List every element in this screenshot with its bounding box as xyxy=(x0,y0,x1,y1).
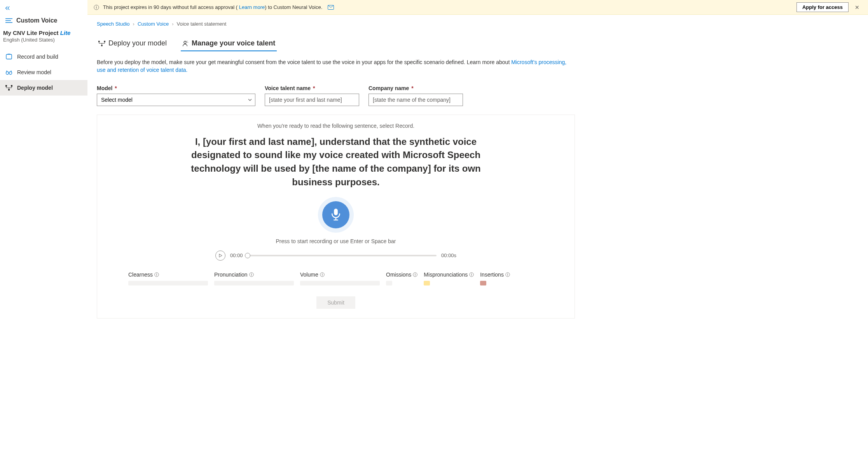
svg-point-1 xyxy=(6,72,9,75)
company-name-input[interactable] xyxy=(369,94,463,106)
svg-rect-0 xyxy=(6,54,12,59)
svg-rect-8 xyxy=(96,7,96,8)
main-content: This project expires in 90 days without … xyxy=(87,0,868,456)
metric-clearness-label: Clearness xyxy=(128,272,208,278)
svg-rect-26 xyxy=(415,274,416,276)
info-icon[interactable] xyxy=(505,272,510,277)
project-name: My CNV Lite Project xyxy=(3,30,59,36)
mail-icon[interactable] xyxy=(328,5,334,10)
metric-clearness-bar xyxy=(128,281,208,285)
menu-icon xyxy=(5,18,12,23)
svg-rect-4 xyxy=(11,85,12,87)
sidebar-title-text: Custom Voice xyxy=(16,17,58,24)
svg-point-22 xyxy=(322,273,322,273)
svg-rect-23 xyxy=(322,274,322,276)
model-label: Model * xyxy=(97,85,255,91)
form-row: Model * Select model Voice talent name *… xyxy=(97,85,859,106)
ready-instruction: When you're ready to read the following … xyxy=(121,123,551,129)
metric-insertions-label: Insertions xyxy=(480,272,510,278)
metric-omissions-label: Omissions xyxy=(386,272,417,278)
apply-access-button[interactable]: Apply for access xyxy=(796,2,849,12)
record-icon xyxy=(6,54,12,60)
deploy-icon xyxy=(98,41,105,46)
svg-point-13 xyxy=(184,41,186,44)
talent-name-label: Voice talent name * xyxy=(265,85,359,91)
breadcrumb-current: Voice talent statement xyxy=(176,21,226,27)
project-info: My CNV Lite Project Lite English (United… xyxy=(0,28,87,49)
press-instruction: Press to start recording or use Enter or… xyxy=(121,238,551,244)
record-button[interactable] xyxy=(322,201,349,228)
metric-volume-label: Volume xyxy=(300,272,380,278)
play-button[interactable] xyxy=(215,251,225,261)
breadcrumb: Speech Studio › Custom Voice › Voice tal… xyxy=(97,21,859,27)
info-icon[interactable] xyxy=(320,272,325,277)
tabs: Deploy your model Manage your voice tale… xyxy=(97,36,859,51)
tab-label: Deploy your model xyxy=(108,39,167,47)
svg-rect-14 xyxy=(334,209,338,215)
model-select[interactable]: Select model xyxy=(97,94,255,106)
svg-rect-12 xyxy=(101,45,103,46)
metric-pronunciation-bar xyxy=(214,281,294,285)
svg-rect-3 xyxy=(5,85,7,87)
tab-manage-talent[interactable]: Manage your voice talent xyxy=(181,36,277,51)
tab-label: Manage your voice talent xyxy=(192,39,275,47)
metric-mispronunciations-label: Mispronunciations xyxy=(424,272,474,278)
submit-button[interactable]: Submit xyxy=(316,296,355,309)
audio-player: 00:00 00:00s xyxy=(215,251,456,261)
svg-point-2 xyxy=(9,72,12,75)
mic-outer xyxy=(318,197,354,233)
metric-mispronunciations-bar xyxy=(424,281,430,285)
metric-insertions-bar xyxy=(480,281,486,285)
svg-rect-32 xyxy=(507,274,508,276)
metrics-row: Clearness Pronunciation Volume Omissions xyxy=(121,272,551,285)
svg-rect-10 xyxy=(98,41,100,42)
svg-point-31 xyxy=(507,273,508,273)
company-name-label: Company name * xyxy=(369,85,463,91)
project-language: English (United States) xyxy=(3,37,82,43)
info-icon[interactable] xyxy=(249,272,254,277)
svg-point-28 xyxy=(472,273,472,273)
learn-more-link[interactable]: Learn more xyxy=(238,4,265,10)
svg-rect-5 xyxy=(8,89,10,91)
sidebar-item-review[interactable]: Review model xyxy=(0,64,87,80)
banner-text: This project expires in 90 days without … xyxy=(103,4,322,10)
svg-rect-29 xyxy=(472,274,472,276)
statement-panel: When you're ready to read the following … xyxy=(97,115,575,319)
svg-rect-11 xyxy=(104,41,106,42)
glasses-icon xyxy=(5,70,12,75)
svg-point-7 xyxy=(96,6,97,7)
tab-deploy-model[interactable]: Deploy your model xyxy=(97,36,168,51)
sidebar-collapse-button[interactable] xyxy=(0,3,87,13)
breadcrumb-custom-voice[interactable]: Custom Voice xyxy=(138,21,169,27)
banner: This project expires in 90 days without … xyxy=(87,0,868,15)
chevron-right-icon: › xyxy=(172,21,173,27)
sidebar: Custom Voice My CNV Lite Project Lite En… xyxy=(0,0,87,456)
sidebar-item-label: Review model xyxy=(17,69,51,75)
consent-statement: I, [your first and last name], understan… xyxy=(188,135,484,189)
sidebar-item-label: Deploy model xyxy=(17,85,53,91)
sidebar-item-deploy[interactable]: Deploy model xyxy=(0,80,87,96)
sidebar-item-record[interactable]: Record and build xyxy=(0,49,87,64)
talent-name-input[interactable] xyxy=(265,94,359,106)
seek-handle[interactable] xyxy=(245,253,250,258)
info-icon[interactable] xyxy=(469,272,474,277)
metric-volume-bar xyxy=(300,281,380,285)
svg-rect-20 xyxy=(251,274,251,276)
svg-point-25 xyxy=(415,273,416,273)
sidebar-title: Custom Voice xyxy=(0,13,87,28)
close-icon[interactable]: ✕ xyxy=(852,4,862,10)
microphone-icon xyxy=(330,208,342,221)
svg-point-16 xyxy=(156,273,157,273)
time-total: 00:00s xyxy=(441,252,456,258)
info-icon[interactable] xyxy=(413,272,417,277)
model-select-button[interactable]: Select model xyxy=(97,94,255,106)
intro-text: Before you deploy the model, make sure y… xyxy=(97,58,575,74)
info-icon[interactable] xyxy=(154,272,159,277)
deploy-icon xyxy=(5,85,12,91)
metric-pronunciation-label: Pronunciation xyxy=(214,272,294,278)
chevron-double-left-icon xyxy=(5,5,10,11)
sidebar-item-label: Record and build xyxy=(17,54,58,60)
svg-rect-17 xyxy=(157,274,157,276)
seek-track[interactable] xyxy=(248,255,437,256)
breadcrumb-speech-studio[interactable]: Speech Studio xyxy=(97,21,130,27)
